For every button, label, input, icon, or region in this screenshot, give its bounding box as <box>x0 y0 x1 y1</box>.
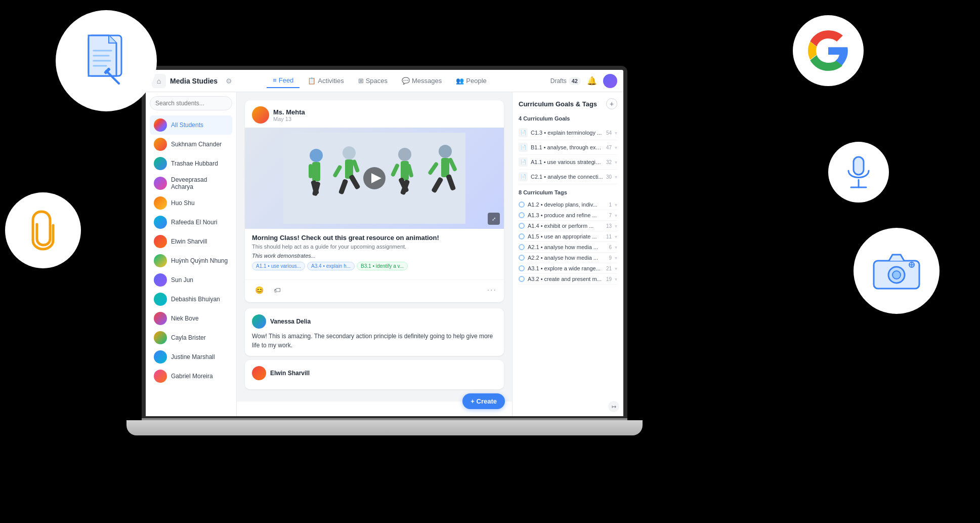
svg-point-36 <box>439 145 452 158</box>
search-input[interactable] <box>150 96 232 110</box>
post-image: ⤢ <box>245 128 504 229</box>
chevron-down-icon: ▾ <box>615 145 617 150</box>
list-item[interactable]: Rafeeda El Nouri <box>150 213 232 232</box>
tag-count: 19 <box>606 276 612 282</box>
tag-text: A3.2 • create and present m... <box>528 276 603 282</box>
tag-dot-icon <box>519 233 525 239</box>
avatar <box>154 138 167 151</box>
post-date: May 13 <box>273 116 305 122</box>
list-item[interactable]: Trashae Hubbard <box>150 154 232 173</box>
curriculum-tag-item[interactable]: A3.1 • explore a wide range... 21 ▾ <box>519 263 617 274</box>
more-options-button[interactable]: ··· <box>487 286 497 295</box>
all-students-item[interactable]: All Students <box>150 115 232 135</box>
tag-count: 11 <box>606 234 612 239</box>
nav-right: Drafts 42 🔔 <box>550 74 617 88</box>
curriculum-tag-item[interactable]: A2.1 • analyse how media ... 6 ▾ <box>519 242 617 253</box>
list-item[interactable]: Sun Jun <box>150 270 232 290</box>
add-curriculum-button[interactable]: + <box>606 98 617 109</box>
user-avatar[interactable] <box>603 74 617 88</box>
avatar <box>154 370 167 383</box>
curriculum-tag-item[interactable]: A2.2 • analyse how media ... 9 ▾ <box>519 253 617 263</box>
chevron-down-icon: ▾ <box>615 234 617 239</box>
laptop: ⌂ Media Studies ⚙ ≡ Feed 📋 Activities ⊞ … <box>142 66 643 461</box>
comment-text: Wow! This is amazing. The secondary acti… <box>252 332 497 350</box>
list-item[interactable]: Sukhnam Chander <box>150 135 232 154</box>
people-icon: 👥 <box>456 77 464 85</box>
avatar <box>154 157 167 170</box>
tab-feed[interactable]: ≡ Feed <box>267 73 300 88</box>
list-item[interactable]: Huo Shu <box>150 193 232 213</box>
tag-dot-icon <box>519 265 525 271</box>
svg-point-17 <box>310 149 323 162</box>
feed-container: Ms. Mehta May 13 <box>237 92 512 416</box>
curriculum-tag-item[interactable]: A1.3 • produce and refine ... 7 ▾ <box>519 210 617 221</box>
tag[interactable]: A3.4 • explain h... <box>307 262 355 270</box>
curriculum-tag-item[interactable]: A3.2 • create and present m... 19 ▾ <box>519 274 617 285</box>
list-item[interactable]: Deveeprasad Acharya <box>150 173 232 193</box>
svg-rect-7 <box>854 157 864 175</box>
panel-header: Curriculum Goals & Tags + <box>519 98 617 109</box>
list-item[interactable]: Cayla Brister <box>150 328 232 347</box>
curriculum-goal-item[interactable]: 📄 C1.3 • explain terminology ... 54 ▾ <box>519 126 617 140</box>
right-panel: Curriculum Goals & Tags + 4 Curriculum G… <box>512 92 623 416</box>
tag-count: 6 <box>609 245 612 250</box>
tag-count: 21 <box>606 266 612 271</box>
tag[interactable]: A1.1 • use various... <box>252 262 305 270</box>
react-button[interactable]: 😊 <box>252 283 266 297</box>
curriculum-tag-item[interactable]: A1.5 • use an appropriate ... 11 ▾ <box>519 231 617 242</box>
tab-messages[interactable]: 💬 Messages <box>396 74 448 88</box>
fullscreen-button[interactable]: ⤢ <box>488 213 500 225</box>
post-author-info: Ms. Mehta May 13 <box>273 108 305 122</box>
collapse-panel-button[interactable]: ↦ <box>608 401 619 412</box>
app-container: ⌂ Media Studies ⚙ ≡ Feed 📋 Activities ⊞ … <box>146 70 623 416</box>
create-button[interactable]: + Create <box>462 393 505 409</box>
tag-dot-icon <box>519 276 525 282</box>
top-nav: ⌂ Media Studies ⚙ ≡ Feed 📋 Activities ⊞ … <box>146 70 623 92</box>
tag-button[interactable]: 🏷 <box>270 283 284 297</box>
tab-activities[interactable]: 📋 Activities <box>302 74 350 88</box>
comment-card-2: Elwin Sharvill <box>245 360 504 389</box>
list-item[interactable]: Gabriel Moreira <box>150 367 232 386</box>
list-item[interactable]: Huỳnh Quỳnh Nhung <box>150 251 232 270</box>
curriculum-goal-item[interactable]: 📄 C2.1 • analyse the connecti... 30 ▾ <box>519 170 617 184</box>
chevron-down-icon: ▾ <box>615 276 617 282</box>
notifications-button[interactable]: 🔔 <box>585 74 599 88</box>
svg-point-30 <box>398 148 411 161</box>
tags-section-title: 8 Curriculum Tags <box>519 189 617 195</box>
curriculum-goal-item[interactable]: 📄 A1.1 • use various strategie... 32 ▾ <box>519 155 617 170</box>
tag-text: A2.2 • analyse how media ... <box>528 255 606 261</box>
tag-text: A1.3 • produce and refine ... <box>528 212 606 218</box>
svg-point-12 <box>892 271 901 279</box>
laptop-screen: ⌂ Media Studies ⚙ ≡ Feed 📋 Activities ⊞ … <box>142 66 627 420</box>
chevron-down-icon: ▾ <box>615 202 617 208</box>
class-name: Media Studies <box>170 77 218 85</box>
goal-icon: 📄 <box>519 172 528 181</box>
tag[interactable]: B3.1 • identify a v... <box>357 262 408 270</box>
comment-card: Vanessa Delia Wow! This is amazing. The … <box>245 308 504 356</box>
settings-button[interactable]: ⚙ <box>222 74 236 88</box>
goal-text: B1.1 • analyse, through exa... <box>531 144 603 150</box>
commenter2-name: Elwin Sharvill <box>270 370 310 377</box>
svg-rect-37 <box>441 158 449 177</box>
curriculum-tag-item[interactable]: A1.4 • exhibit or perform ... 13 ▾ <box>519 221 617 231</box>
commenter2-avatar <box>252 366 266 380</box>
avatar <box>154 254 167 267</box>
curriculum-goal-item[interactable]: 📄 B1.1 • analyse, through exa... 47 ▾ <box>519 140 617 155</box>
drafts-badge[interactable]: Drafts 42 <box>550 77 581 85</box>
camera-icon-circle <box>854 228 940 314</box>
list-item[interactable]: Justine Marshall <box>150 347 232 367</box>
avatar <box>154 235 167 248</box>
chevron-down-icon: ▾ <box>615 266 617 271</box>
nav-tabs: ≡ Feed 📋 Activities ⊞ Spaces 💬 Messages <box>267 73 493 88</box>
spaces-icon: ⊞ <box>358 77 364 85</box>
list-item[interactable]: Elwin Sharvill <box>150 232 232 251</box>
goal-text: A1.1 • use various strategie... <box>531 159 603 165</box>
curriculum-tag-item[interactable]: A1.2 • develop plans, indiv... 1 ▾ <box>519 199 617 210</box>
post-actions: 😊 🏷 ··· <box>245 279 504 302</box>
post-subtitle: This should help act as a guide for your… <box>252 244 497 250</box>
tab-people[interactable]: 👥 People <box>450 74 492 88</box>
list-item[interactable]: Niek Bove <box>150 309 232 328</box>
tab-spaces[interactable]: ⊞ Spaces <box>352 74 394 88</box>
list-item[interactable]: Debashis Bhuiyan <box>150 290 232 309</box>
goal-icon: 📄 <box>519 128 528 137</box>
